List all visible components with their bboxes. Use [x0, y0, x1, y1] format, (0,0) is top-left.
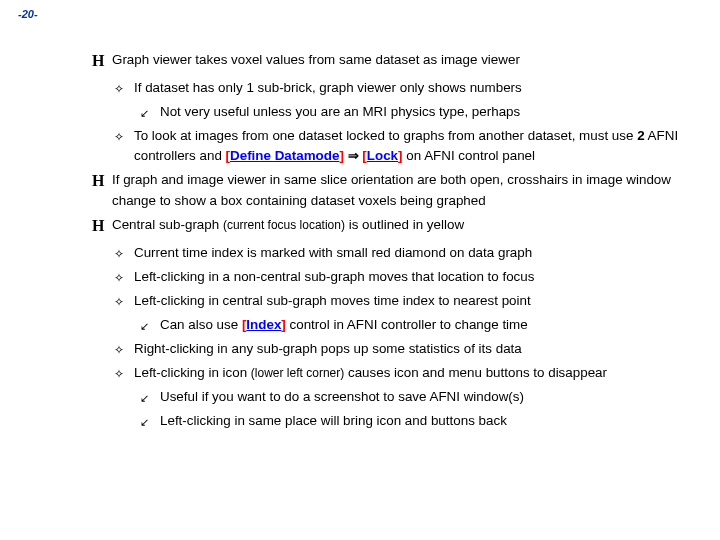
t: control in AFNI controller to change tim…	[286, 317, 528, 332]
text: If dataset has only 1 sub-brick, graph v…	[134, 78, 692, 98]
bullet-1a: ✧ If dataset has only 1 sub-brick, graph…	[114, 78, 692, 98]
t: Can also use	[160, 317, 242, 332]
diamond-icon: ✧	[114, 365, 134, 383]
hand-icon: H	[92, 49, 112, 73]
bullet-3e2: ↙ Left-clicking in same place will bring…	[140, 411, 692, 431]
bullet-3d: ✧ Right-clicking in any sub-graph pops u…	[114, 339, 692, 359]
bullet-3e: ✧ Left-clicking in icon (lower left corn…	[114, 363, 692, 383]
lock-link[interactable]: Lock	[367, 148, 398, 163]
text: Right-clicking in any sub-graph pops up …	[134, 339, 692, 359]
text: Central sub-graph (current focus locatio…	[112, 215, 692, 235]
text: Left-clicking in a non-central sub-graph…	[134, 267, 692, 287]
hand-icon: H	[92, 214, 112, 238]
t: causes icon and menu buttons to disappea…	[344, 365, 607, 380]
hand-icon: H	[92, 169, 112, 193]
t: is outlined in yellow	[345, 217, 464, 232]
text: Useful if you want to do a screenshot to…	[160, 387, 692, 407]
t: Central sub-graph	[112, 217, 223, 232]
bullet-3c: ✧ Left-clicking in central sub-graph mov…	[114, 291, 692, 311]
t: To look at images from one dataset locke…	[134, 128, 637, 143]
text: Graph viewer takes voxel values from sam…	[112, 50, 692, 70]
t: on AFNI control panel	[403, 148, 536, 163]
text: Left-clicking in icon (lower left corner…	[134, 363, 692, 383]
text: Current time index is marked with small …	[134, 243, 692, 263]
text: If graph and image viewer in same slice …	[112, 170, 692, 210]
bullet-3b: ✧ Left-clicking in a non-central sub-gra…	[114, 267, 692, 287]
diamond-icon: ✧	[114, 341, 134, 359]
diamond-icon: ✧	[114, 269, 134, 287]
bold-num: 2	[637, 128, 644, 143]
arrow-icon: ↙	[140, 414, 160, 431]
text: To look at images from one dataset locke…	[134, 126, 692, 166]
arrow-icon: ↙	[140, 105, 160, 122]
bullet-3: H Central sub-graph (current focus locat…	[92, 215, 692, 239]
text: Not very useful unless you are an MRI ph…	[160, 102, 692, 122]
define-datamode-link[interactable]: Define Datamode	[230, 148, 339, 163]
text: Left-clicking in same place will bring i…	[160, 411, 692, 431]
t: Left-clicking in icon	[134, 365, 251, 380]
text: Left-clicking in central sub-graph moves…	[134, 291, 692, 311]
paren: (current focus location)	[223, 218, 345, 232]
slide-content: H Graph viewer takes voxel values from s…	[92, 50, 692, 436]
bullet-3a: ✧ Current time index is marked with smal…	[114, 243, 692, 263]
bullet-3c1: ↙ Can also use [Index] control in AFNI c…	[140, 315, 692, 335]
bullet-1a1: ↙ Not very useful unless you are an MRI …	[140, 102, 692, 122]
text: Can also use [Index] control in AFNI con…	[160, 315, 692, 335]
diamond-icon: ✧	[114, 293, 134, 311]
index-link[interactable]: Index	[246, 317, 281, 332]
bullet-1b: ✧ To look at images from one dataset loc…	[114, 126, 692, 166]
arrow-icon: ↙	[140, 318, 160, 335]
arrow-icon: ↙	[140, 390, 160, 407]
bullet-3e1: ↙ Useful if you want to do a screenshot …	[140, 387, 692, 407]
bullet-2: H If graph and image viewer in same slic…	[92, 170, 692, 210]
arrow-right-icon: ⇒	[344, 148, 362, 163]
page-number: -20-	[18, 8, 38, 20]
diamond-icon: ✧	[114, 128, 134, 146]
diamond-icon: ✧	[114, 245, 134, 263]
bullet-1: H Graph viewer takes voxel values from s…	[92, 50, 692, 74]
diamond-icon: ✧	[114, 80, 134, 98]
paren: (lower left corner)	[251, 366, 344, 380]
